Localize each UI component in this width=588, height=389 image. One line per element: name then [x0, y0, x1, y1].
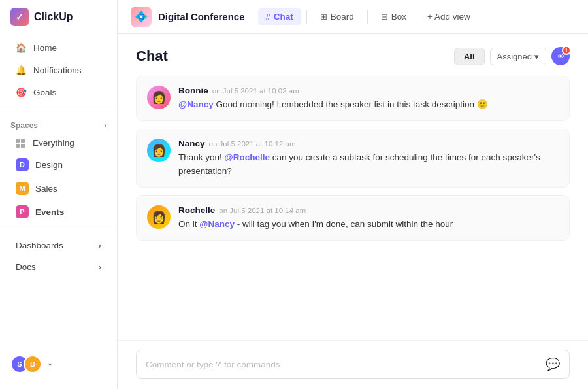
message-author-1: Bonnie — [178, 86, 208, 95]
spaces-chevron: › — [104, 121, 106, 130]
logo: ✓ ClickUp — [0, 8, 117, 37]
docs-label: Docs — [16, 262, 36, 272]
grid-icon — [16, 139, 26, 148]
hash-icon: # — [266, 12, 270, 22]
message-body-2a: Thank you! — [178, 152, 225, 162]
sidebar-divider-1 — [0, 109, 117, 109]
messages-list: 👩 Bonnie on Jul 5 2021 at 10:02 am: @Nan… — [136, 76, 570, 340]
message-meta-1: Bonnie on Jul 5 2021 at 10:02 am: — [178, 86, 559, 95]
dashboards-chevron: › — [99, 241, 102, 250]
assigned-label: Assigned — [497, 52, 532, 61]
tab-divider-2 — [367, 10, 368, 24]
project-icon: 💠 — [131, 7, 152, 27]
docs-chevron: › — [99, 262, 102, 272]
tab-chat-label: Chat — [274, 12, 293, 22]
bell-icon: 🔔 — [16, 65, 27, 75]
comment-input-placeholder[interactable]: Comment or type '/' for commands — [146, 360, 546, 369]
sidebar: ✓ ClickUp 🏠 Home 🔔 Notifications 🎯 Goals… — [0, 0, 118, 389]
avatar-b: B — [24, 355, 42, 373]
message-body-3b: - will tag you when I'm done, can submit… — [237, 219, 453, 229]
chat-title: Chat — [136, 48, 168, 65]
message-card-2: 👩 Nancy on Jul 5 2021 at 10:12 am Thank … — [136, 129, 570, 188]
tab-box[interactable]: ⊟ Box — [373, 8, 414, 25]
message-content-3: Rochelle on Jul 5 2021 at 10:14 am On it… — [178, 205, 559, 231]
dropdown-chevron-icon: ▾ — [534, 52, 539, 61]
board-icon: ⊞ — [320, 12, 327, 22]
sidebar-item-events[interactable]: P Events — [5, 201, 112, 223]
message-author-2: Nancy — [178, 139, 205, 148]
sidebar-item-everything[interactable]: Everything — [5, 133, 112, 152]
sidebar-bottom: S B ▾ — [0, 347, 117, 381]
filter-assigned-dropdown[interactable]: Assigned ▾ — [490, 48, 546, 65]
chat-area: Chat All Assigned ▾ 👁 1 👩 — [118, 34, 588, 340]
design-label: Design — [35, 160, 63, 170]
sales-label: Sales — [35, 184, 57, 194]
message-meta-2: Nancy on Jul 5 2021 at 10:12 am — [178, 139, 559, 148]
message-meta-3: Rochelle on Jul 5 2021 at 10:14 am — [178, 205, 559, 215]
comment-input-wrap[interactable]: Comment or type '/' for commands 💬 — [136, 350, 570, 379]
events-label: Events — [35, 207, 64, 217]
message-time-1: on Jul 5 2021 at 10:02 am: — [212, 87, 301, 95]
logo-text: ClickUp — [34, 11, 73, 23]
sales-badge: M — [16, 182, 29, 195]
topbar-tabs: # Chat ⊞ Board ⊟ Box + Add view — [258, 8, 478, 25]
notification-count-badge: 1 — [562, 46, 571, 55]
add-view-button[interactable]: + Add view — [419, 8, 478, 25]
sidebar-item-docs[interactable]: Docs › — [5, 257, 112, 277]
sidebar-item-dashboards[interactable]: Dashboards › — [5, 235, 112, 256]
user-avatars: S B — [10, 355, 42, 373]
message-text-3: On it @Nancy - will tag you when I'm don… — [178, 218, 559, 231]
message-card-3: 👩 Rochelle on Jul 5 2021 at 10:14 am On … — [136, 195, 570, 241]
message-time-3: on Jul 5 2021 at 10:14 am — [219, 207, 306, 214]
filter-all-button[interactable]: All — [454, 48, 485, 65]
message-text-2: Thank you! @Rochelle can you create a su… — [178, 151, 559, 178]
eye-badge-button[interactable]: 👁 1 — [551, 47, 570, 65]
mention-nancy-1: @Nancy — [178, 99, 214, 109]
spaces-section[interactable]: Spaces › — [0, 114, 117, 133]
chat-filters: All Assigned ▾ — [454, 48, 546, 65]
home-icon: 🏠 — [16, 42, 27, 53]
message-content-1: Bonnie on Jul 5 2021 at 10:02 am: @Nancy… — [178, 86, 559, 111]
add-view-label: + Add view — [427, 12, 470, 22]
topbar: 💠 Digital Conference # Chat ⊞ Board ⊟ Bo… — [118, 0, 588, 34]
sidebar-divider-2 — [0, 229, 117, 229]
notifications-label: Notifications — [33, 65, 82, 75]
tab-box-label: Box — [391, 12, 406, 22]
tab-board-label: Board — [331, 12, 354, 22]
message-author-3: Rochelle — [178, 205, 215, 215]
tab-chat[interactable]: # Chat — [258, 8, 301, 25]
logo-icon: ✓ — [10, 8, 29, 26]
mention-nancy-2: @Nancy — [199, 219, 235, 229]
sidebar-item-sales[interactable]: M Sales — [5, 177, 112, 199]
comment-area: Comment or type '/' for commands 💬 — [118, 340, 588, 389]
everything-label: Everything — [33, 138, 74, 148]
message-body-1: Good morning! I embedded the speaker lis… — [216, 99, 487, 109]
message-body-3a: On it — [178, 219, 199, 229]
sidebar-item-design[interactable]: D Design — [5, 154, 112, 176]
message-content-2: Nancy on Jul 5 2021 at 10:12 am Thank yo… — [178, 139, 559, 178]
sidebar-item-home[interactable]: 🏠 Home — [5, 37, 112, 58]
tab-board[interactable]: ⊞ Board — [312, 8, 362, 25]
box-icon: ⊟ — [381, 12, 388, 22]
chat-header: Chat All Assigned ▾ 👁 1 — [136, 47, 570, 65]
main-content: 💠 Digital Conference # Chat ⊞ Board ⊟ Bo… — [118, 0, 588, 389]
design-badge: D — [16, 158, 29, 171]
goals-label: Goals — [33, 88, 56, 97]
avatar-bonnie: 👩 — [147, 86, 171, 109]
user-chevron[interactable]: ▾ — [48, 361, 52, 368]
project-title: Digital Conference — [158, 11, 245, 22]
mention-rochelle: @Rochelle — [225, 152, 270, 162]
events-badge: P — [16, 205, 29, 218]
spaces-label: Spaces — [10, 121, 38, 130]
message-card: 👩 Bonnie on Jul 5 2021 at 10:02 am: @Nan… — [136, 76, 570, 121]
sidebar-item-notifications[interactable]: 🔔 Notifications — [5, 59, 112, 80]
message-time-2: on Jul 5 2021 at 10:12 am — [209, 140, 296, 148]
send-icon[interactable]: 💬 — [546, 357, 560, 371]
avatar-nancy: 👩 — [147, 139, 171, 162]
home-label: Home — [33, 43, 57, 53]
avatar-rochelle: 👩 — [147, 205, 171, 229]
tab-divider-1 — [306, 10, 307, 24]
sidebar-item-goals[interactable]: 🎯 Goals — [5, 82, 112, 103]
dashboards-label: Dashboards — [16, 241, 63, 250]
goals-icon: 🎯 — [16, 87, 27, 97]
